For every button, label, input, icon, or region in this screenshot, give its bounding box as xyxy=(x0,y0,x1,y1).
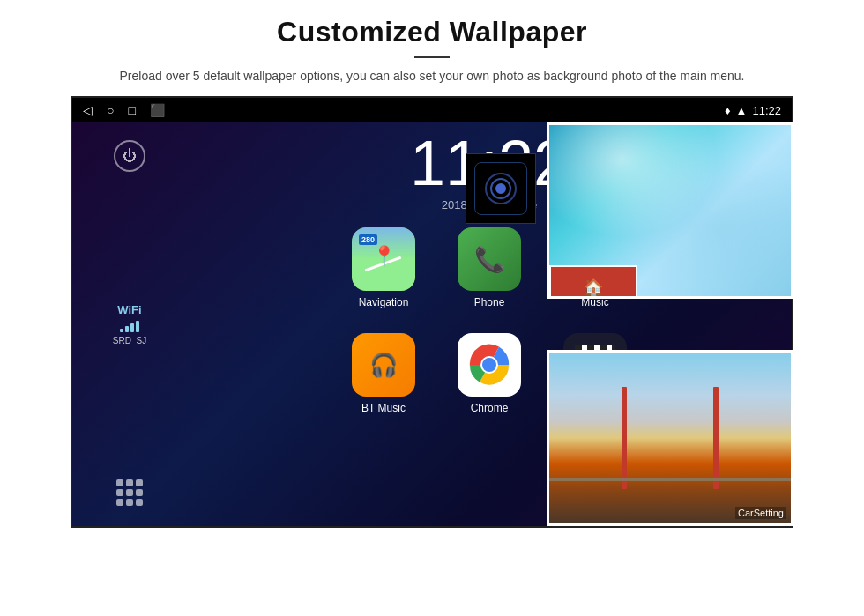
app-phone[interactable]: 📞 Phone xyxy=(441,227,538,324)
app-grid: 280 📍 Navigation 📞 Phone xyxy=(335,227,644,430)
wireless-inner xyxy=(474,162,527,215)
chrome-icon-svg xyxy=(466,341,513,389)
navigation-pin: 📍 xyxy=(372,245,396,268)
navigation-icon-bg: 280 📍 xyxy=(352,227,415,291)
wireless-ring-inner xyxy=(495,183,506,194)
wifi-bar-3 xyxy=(130,323,134,332)
recents-icon[interactable]: □ xyxy=(128,103,135,117)
app-navigation[interactable]: 280 📍 Navigation xyxy=(335,227,432,324)
status-bar: ◁ ○ □ ⬛ ♦ ▲ 11:22 xyxy=(72,98,792,122)
app-music[interactable]: 🎵 Music xyxy=(547,227,644,324)
apps-dot xyxy=(126,479,133,486)
btmusic-icon-bg: 🎧 xyxy=(352,333,415,397)
wifi-bar-4 xyxy=(136,321,139,332)
apps-dot xyxy=(116,489,123,496)
wifi-widget[interactable]: WiFi SRD_SJ xyxy=(113,303,146,345)
wifi-bars xyxy=(113,320,146,332)
apps-dot xyxy=(126,499,133,506)
apps-dot xyxy=(126,489,133,496)
power-button[interactable]: ⏻ xyxy=(114,140,145,172)
header-description: Preload over 5 default wallpaper options… xyxy=(71,67,793,85)
video-label: Video xyxy=(582,402,608,414)
video-icon-svg xyxy=(571,341,619,389)
center-content: 11:22 2018-11-06 Tue ❮ xyxy=(187,122,792,526)
main-screen: ⏻ WiFi SRD_SJ xyxy=(72,122,792,526)
navigation-badge: 280 xyxy=(359,234,377,245)
svg-rect-9 xyxy=(575,357,615,385)
signal-icon: ▲ xyxy=(736,104,748,117)
navigation-label: Navigation xyxy=(359,296,409,308)
page-header: Customized Wallpaper Preload over 5 defa… xyxy=(0,0,864,96)
chrome-icon-bg xyxy=(458,333,521,397)
chrome-label: Chrome xyxy=(471,402,509,414)
apps-dot xyxy=(116,479,123,486)
wireless-widget[interactable] xyxy=(466,153,536,224)
app-chrome[interactable]: Chrome xyxy=(441,333,538,430)
music-label: Music xyxy=(581,296,608,308)
location-icon: ♦ xyxy=(725,104,731,117)
wifi-ssid: SRD_SJ xyxy=(113,336,146,345)
apps-button[interactable] xyxy=(114,477,145,508)
b-label: B xyxy=(593,167,607,189)
app-btmusic[interactable]: 🎧 BT Music xyxy=(335,333,432,430)
k-label: ❮ xyxy=(569,167,585,189)
svg-rect-8 xyxy=(612,345,615,357)
home-icon[interactable]: ○ xyxy=(107,103,114,117)
apps-grid-icon xyxy=(116,479,143,506)
screenshot-icon[interactable]: ⬛ xyxy=(150,103,165,117)
music-icon-symbol: 🎵 xyxy=(579,244,612,275)
apps-dot xyxy=(136,489,143,496)
android-screen: ◁ ○ □ ⬛ ♦ ▲ 11:22 ⏻ WiFi xyxy=(71,96,793,528)
apps-dot xyxy=(136,499,143,506)
svg-rect-6 xyxy=(587,345,594,357)
page-title: Customized Wallpaper xyxy=(71,16,793,48)
status-bar-right: ♦ ▲ 11:22 xyxy=(725,104,781,117)
music-icon-bg: 🎵 xyxy=(563,227,627,291)
svg-rect-5 xyxy=(575,345,582,357)
wifi-bar-2 xyxy=(125,326,129,332)
app-video[interactable]: Video xyxy=(547,333,644,430)
navigation-map: 280 📍 xyxy=(352,227,415,291)
bluetooth-icon-symbol: 🎧 xyxy=(369,352,398,379)
video-icon-bg xyxy=(563,333,627,397)
back-icon[interactable]: ◁ xyxy=(83,103,93,117)
apps-dot xyxy=(136,479,143,486)
phone-icon-symbol: 📞 xyxy=(474,245,505,274)
wifi-bar-1 xyxy=(120,329,123,332)
header-divider xyxy=(414,56,450,58)
left-sidebar: ⏻ WiFi SRD_SJ xyxy=(72,122,187,526)
status-time: 11:22 xyxy=(752,104,781,117)
phone-label: Phone xyxy=(474,296,505,308)
apps-dot xyxy=(116,499,123,506)
wireless-rings xyxy=(483,171,518,206)
power-icon: ⏻ xyxy=(123,148,137,164)
svg-point-3 xyxy=(482,358,496,372)
status-bar-nav: ◁ ○ □ ⬛ xyxy=(83,103,165,117)
top-labels: ❮ B xyxy=(569,167,607,189)
phone-icon-bg: 📞 xyxy=(458,227,521,291)
svg-rect-7 xyxy=(600,345,607,357)
wifi-label: WiFi xyxy=(113,303,146,316)
btmusic-label: BT Music xyxy=(361,402,406,414)
